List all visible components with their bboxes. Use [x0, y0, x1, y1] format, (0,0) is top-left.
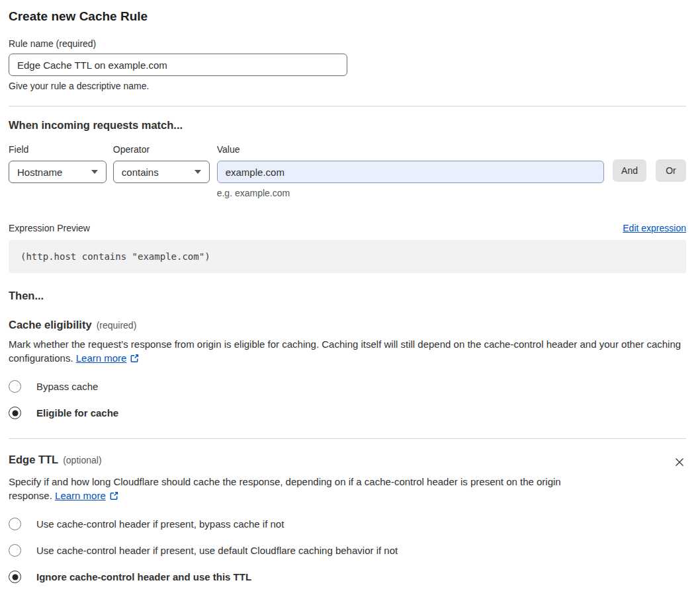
edge-ttl-title: Edge TTL: [9, 454, 58, 466]
radio-icon: [9, 380, 21, 393]
field-select[interactable]: Hostname: [9, 161, 107, 183]
cache-eligibility-header: Cache eligibility (required): [9, 319, 686, 331]
value-input[interactable]: [217, 161, 604, 183]
radio-icon: [9, 518, 21, 530]
cache-eligibility-description: Mark whether the request’s response from…: [9, 337, 686, 366]
cache-eligibility-requirement: (required): [97, 320, 137, 331]
operator-select-value: contains: [122, 167, 159, 178]
match-row: Field Hostname Operator contains Value e…: [9, 144, 686, 198]
expression-header: Expression Preview Edit expression: [9, 223, 686, 233]
edge-ttl-description: Specify if and how long Cloudflare shoul…: [9, 475, 564, 504]
operator-column: Operator contains: [113, 144, 210, 183]
cache-eligibility-title: Cache eligibility: [9, 319, 92, 331]
radio-icon: [9, 571, 21, 583]
edge-ttl-requirement: (optional): [63, 455, 101, 465]
field-select-value: Hostname: [17, 167, 62, 178]
chevron-down-icon: [195, 170, 201, 174]
expression-code: (http.host contains "example.com"): [9, 240, 686, 273]
page-title: Create new Cache Rule: [9, 9, 686, 24]
rule-name-helper: Give your rule a descriptive name.: [9, 81, 686, 91]
close-icon: [674, 459, 685, 469]
rule-name-group: Rule name (required) Give your rule a de…: [9, 38, 686, 91]
rule-name-input[interactable]: [9, 54, 347, 76]
external-link-icon: [130, 352, 140, 366]
or-button[interactable]: Or: [656, 159, 686, 182]
and-button[interactable]: And: [613, 159, 646, 182]
then-heading: Then...: [9, 290, 686, 302]
radio-icon: [9, 544, 21, 557]
radio-label: Bypass cache: [36, 381, 98, 392]
rule-name-label: Rule name (required): [9, 38, 686, 49]
operator-label: Operator: [113, 144, 210, 155]
match-heading: When incoming requests match...: [9, 119, 686, 132]
close-edge-ttl-button[interactable]: [673, 456, 686, 469]
edge-ttl-learn-more-link[interactable]: Learn more: [55, 490, 106, 501]
radio-label: Ignore cache-control header and use this…: [36, 571, 251, 582]
condition-buttons: And Or: [613, 144, 686, 182]
radio-bypass-cache[interactable]: Bypass cache: [9, 380, 686, 393]
radio-use-header-bypass[interactable]: Use cache-control header if present, byp…: [9, 518, 686, 530]
divider: [9, 438, 686, 439]
field-label: Field: [9, 144, 107, 155]
value-helper: e.g. example.com: [217, 188, 604, 198]
chevron-down-icon: [91, 170, 98, 174]
edit-expression-link[interactable]: Edit expression: [623, 223, 686, 233]
radio-eligible-for-cache[interactable]: Eligible for cache: [9, 407, 686, 419]
external-link-icon: [109, 490, 119, 504]
operator-select[interactable]: contains: [113, 161, 210, 183]
value-column: Value e.g. example.com: [217, 144, 604, 198]
radio-label: Use cache-control header if present, byp…: [36, 518, 284, 530]
value-label: Value: [217, 144, 604, 155]
cache-eligibility-learn-more-link[interactable]: Learn more: [76, 352, 127, 364]
radio-label: Eligible for cache: [36, 407, 118, 419]
divider: [9, 106, 686, 106]
radio-use-header-default[interactable]: Use cache-control header if present, use…: [9, 544, 686, 557]
edge-ttl-header: Edge TTL (optional): [9, 454, 686, 469]
field-column: Field Hostname: [9, 144, 107, 183]
cache-rule-form: Create new Cache Rule Rule name (require…: [0, 0, 700, 599]
radio-label: Use cache-control header if present, use…: [36, 545, 398, 556]
radio-ignore-header-use-ttl[interactable]: Ignore cache-control header and use this…: [9, 571, 686, 583]
radio-icon: [9, 407, 21, 419]
match-section: When incoming requests match... Field Ho…: [9, 119, 686, 198]
expression-preview-label: Expression Preview: [9, 223, 90, 233]
